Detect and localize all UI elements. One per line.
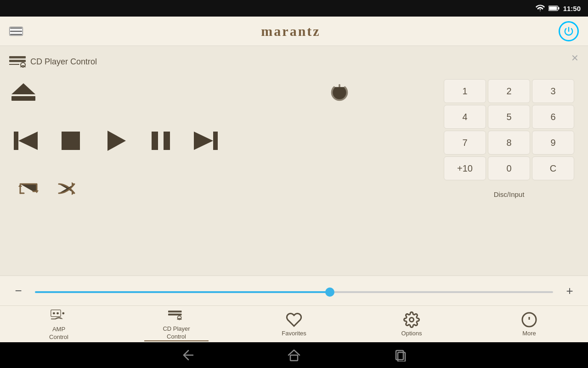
num-btn-3[interactable]: 3 xyxy=(532,79,574,103)
svg-rect-9 xyxy=(14,132,18,150)
svg-rect-16 xyxy=(213,132,218,150)
close-button[interactable]: ✕ xyxy=(571,52,579,63)
num-btn-c[interactable]: C xyxy=(532,156,574,180)
wifi-icon xyxy=(536,5,545,12)
eject-button[interactable] xyxy=(9,79,38,106)
nav-amp-label-line1: AMPControl xyxy=(49,326,68,341)
section-title: CD Player Control xyxy=(30,57,97,67)
cd-power-button[interactable] xyxy=(327,80,352,105)
nav-item-options[interactable]: Options xyxy=(379,311,444,337)
cd-player-nav-icon xyxy=(168,307,185,323)
more-icon xyxy=(521,311,537,328)
cd-power-icon xyxy=(329,82,350,103)
next-track-button[interactable] xyxy=(189,125,222,156)
playback-controls xyxy=(9,79,444,201)
power-icon xyxy=(564,26,574,36)
controls-area: 1 2 3 4 5 6 7 8 9 +10 0 C Disc/Input xyxy=(9,79,579,268)
power-button[interactable] xyxy=(559,21,579,41)
prev-track-button[interactable] xyxy=(9,125,42,156)
menu-button[interactable] xyxy=(9,27,23,36)
app-title: marantz xyxy=(261,23,320,39)
status-bar: 11:50 xyxy=(0,0,588,17)
volume-slider-container xyxy=(35,287,553,295)
android-home-button[interactable] xyxy=(287,349,301,362)
volume-up-button[interactable]: + xyxy=(560,282,579,300)
nav-item-more[interactable]: More xyxy=(497,311,561,337)
num-btn-1[interactable]: 1 xyxy=(444,79,486,103)
eject-power-row xyxy=(9,79,444,106)
shuffle-icon xyxy=(57,180,77,197)
num-btn-2[interactable]: 2 xyxy=(488,79,530,103)
pause-button[interactable] xyxy=(146,125,175,156)
disc-input-label: Disc/Input xyxy=(444,182,574,206)
nav-options-label: Options xyxy=(401,330,422,337)
pause-icon xyxy=(151,130,171,152)
num-btn-plus10[interactable]: +10 xyxy=(444,156,486,180)
app: marantz CD Player C xyxy=(0,17,588,342)
svg-rect-4 xyxy=(9,60,26,62)
svg-marker-12 xyxy=(107,131,126,151)
svg-rect-26 xyxy=(168,310,181,312)
num-btn-0[interactable]: 0 xyxy=(488,156,530,180)
volume-slider[interactable] xyxy=(35,291,553,293)
svg-point-22 xyxy=(53,312,55,314)
status-time: 11:50 xyxy=(563,5,581,12)
android-back-button[interactable] xyxy=(180,349,195,362)
repeat-icon xyxy=(18,180,39,197)
cd-device-icon xyxy=(9,53,26,70)
android-recent-button[interactable] xyxy=(393,349,408,362)
num-btn-8[interactable]: 8 xyxy=(488,131,530,155)
options-icon xyxy=(403,311,420,328)
svg-rect-21 xyxy=(51,310,61,316)
transport-row xyxy=(9,124,444,157)
numpad: 1 2 3 4 5 6 7 8 9 +10 0 C Disc/Input xyxy=(444,79,574,206)
svg-rect-8 xyxy=(11,96,35,101)
svg-rect-3 xyxy=(9,56,26,58)
num-btn-6[interactable]: 6 xyxy=(532,105,574,129)
svg-point-23 xyxy=(57,312,59,314)
svg-rect-14 xyxy=(164,132,170,150)
android-nav xyxy=(0,342,588,368)
svg-rect-1 xyxy=(549,6,557,10)
svg-rect-13 xyxy=(152,132,158,150)
home-icon xyxy=(287,349,301,362)
play-icon xyxy=(104,129,128,153)
nav-item-favorites[interactable]: Favorites xyxy=(262,311,326,337)
eject-icon xyxy=(11,81,35,104)
svg-rect-27 xyxy=(168,313,181,315)
num-btn-5[interactable]: 5 xyxy=(488,105,530,129)
recent-icon xyxy=(393,349,408,362)
num-btn-4[interactable]: 4 xyxy=(444,105,486,129)
volume-down-button[interactable]: − xyxy=(9,282,28,300)
next-track-icon xyxy=(194,130,218,152)
prev-track-icon xyxy=(14,130,38,152)
nav-more-label: More xyxy=(522,330,536,337)
num-btn-9[interactable]: 9 xyxy=(532,131,574,155)
status-icons: 11:50 xyxy=(536,5,581,12)
svg-rect-31 xyxy=(290,355,298,361)
shuffle-button[interactable] xyxy=(52,176,82,201)
svg-marker-7 xyxy=(11,83,35,94)
nav-cd-label: CD PlayerControl xyxy=(163,325,190,341)
svg-rect-2 xyxy=(558,7,560,9)
menu-icon xyxy=(10,28,22,35)
stop-icon xyxy=(61,131,81,151)
extra-controls-row xyxy=(9,176,444,201)
bottom-nav: AMPControl CD PlayerControl xyxy=(0,305,588,342)
repeat-button[interactable] xyxy=(14,176,43,201)
nav-item-amp-control[interactable]: AMPControl xyxy=(27,307,91,341)
play-button[interactable] xyxy=(99,124,132,157)
nav-favorites-label: Favorites xyxy=(282,330,306,337)
main-content: CD Player Control ✕ xyxy=(0,46,588,342)
battery-icon xyxy=(548,5,560,12)
num-btn-7[interactable]: 7 xyxy=(444,131,486,155)
nav-item-cd-player[interactable]: CD PlayerControl xyxy=(144,307,209,342)
cd-player-section: CD Player Control ✕ xyxy=(0,46,588,276)
stop-button[interactable] xyxy=(56,126,85,155)
svg-point-29 xyxy=(410,318,414,322)
svg-marker-15 xyxy=(194,132,213,150)
top-bar: marantz xyxy=(0,17,588,46)
svg-marker-10 xyxy=(18,132,38,150)
volume-section: − + xyxy=(0,276,588,305)
back-icon xyxy=(180,349,195,362)
